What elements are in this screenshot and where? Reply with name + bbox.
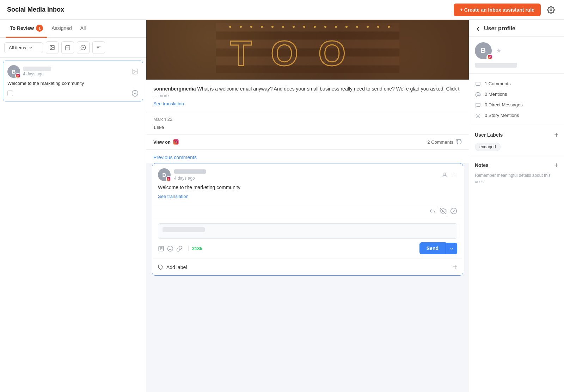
stat-comments: 1 Comments (475, 79, 558, 89)
sort-icon (96, 45, 102, 50)
to-review-badge: 1 (36, 25, 43, 32)
message-footer (7, 89, 139, 97)
instagram-badge (15, 73, 21, 79)
check-circle-icon (80, 45, 86, 50)
right-panel: User profile B (469, 20, 564, 392)
user-profile-section: B (469, 37, 564, 74)
comments-count: 2 Comments (427, 139, 462, 145)
add-label-button[interactable]: + (554, 131, 558, 139)
message-meta: 4 days ago (23, 67, 129, 76)
chevron-down-icon-send (449, 247, 454, 251)
username-blur (23, 67, 51, 71)
more-options-button[interactable] (451, 171, 457, 179)
message-template-button[interactable] (158, 245, 164, 252)
svg-rect-43 (173, 139, 178, 145)
post-see-translation[interactable]: See translation (153, 101, 462, 106)
svg-point-52 (454, 176, 454, 177)
stat-direct-messages: 0 Direct Messages (475, 100, 558, 110)
reply-input-blur (163, 227, 205, 232)
message-item[interactable]: B (3, 61, 143, 101)
tab-assigned[interactable]: Assigned (47, 20, 76, 38)
comments-stat-icon (475, 81, 481, 87)
calendar-filter-button[interactable] (61, 41, 74, 54)
reply-icon (455, 139, 462, 145)
add-label-plus-button[interactable]: + (453, 263, 457, 271)
all-items-dropdown[interactable]: All items (4, 42, 43, 53)
settings-icon-button[interactable] (545, 4, 557, 16)
app-header: Social Media Inbox + Create an Inbox ass… (0, 0, 564, 20)
previous-comments-label[interactable]: Previous comments (146, 150, 469, 163)
image-thumbnail-icon (131, 68, 139, 75)
hide-icon-button[interactable] (440, 207, 447, 214)
comment-meta: 4 days ago (174, 169, 438, 181)
comment-username-blur (174, 169, 206, 174)
reply-toolbar: 2185 Send (158, 242, 457, 254)
link-button[interactable] (176, 245, 183, 252)
story-stat-icon (475, 112, 481, 119)
instagram-icon-post (173, 139, 179, 145)
svg-point-2 (51, 46, 52, 47)
back-button[interactable] (475, 25, 481, 32)
message-text: Welcome to the marketing community (7, 81, 139, 86)
view-on-instagram[interactable]: View on (153, 139, 179, 145)
profile-username-blur (475, 63, 517, 68)
message-time: 4 days ago (23, 71, 129, 76)
post-footer: View on 2 Comments (146, 135, 469, 150)
reply-icon-button[interactable] (429, 207, 436, 214)
chevron-left-icon (475, 26, 481, 32)
sort-filter-button[interactable] (92, 41, 105, 54)
favorite-star-icon[interactable]: ★ (496, 47, 502, 55)
post-body: sonnenbergmedia What is a welcome email … (146, 80, 469, 112)
image-filter-button[interactable] (46, 41, 59, 54)
post-image: T O O (146, 20, 469, 80)
message-checkbox[interactable] (7, 91, 13, 96)
reply-input-area[interactable] (158, 223, 457, 239)
comment-instagram-badge (166, 176, 171, 182)
svg-point-15 (134, 70, 135, 71)
instagram-icon-comment (166, 177, 171, 181)
svg-point-68 (477, 115, 479, 117)
header-actions: + Create an Inbox assistant rule (454, 4, 557, 16)
post-likes: 1 like (146, 123, 469, 135)
add-note-button[interactable]: + (554, 161, 558, 169)
resolve-icon[interactable] (131, 89, 139, 97)
svg-point-67 (477, 94, 479, 95)
svg-point-51 (454, 175, 454, 175)
status-filter-button[interactable] (77, 41, 90, 54)
avatar-wrap: B (7, 65, 20, 78)
instagram-icon (16, 74, 20, 78)
add-label-text: Add label (166, 265, 187, 270)
svg-rect-66 (476, 82, 480, 85)
send-button[interactable]: Send (419, 242, 446, 254)
svg-point-45 (177, 141, 178, 141)
comment-see-translation[interactable]: See translation (152, 194, 463, 204)
send-dropdown-button[interactable] (446, 243, 457, 254)
notes-section: Notes + Remember meaningful details abou… (469, 156, 564, 190)
char-count: 2185 (188, 246, 202, 251)
tab-to-review[interactable]: To Review 1 (6, 20, 47, 38)
assign-user-button[interactable] (442, 171, 448, 179)
svg-rect-3 (66, 46, 70, 50)
post-text: What is a welcome email anyway? And does… (197, 86, 459, 92)
post-more-link[interactable]: ... more (153, 93, 169, 98)
label-chip-engaged[interactable]: engaged (475, 143, 501, 151)
mentions-stat-icon (475, 91, 481, 98)
svg-point-65 (490, 56, 491, 56)
left-sidebar: To Review 1 Assigned All All items (0, 20, 146, 392)
reply-box: 2185 Send (152, 219, 463, 259)
notes-title: Notes (475, 162, 489, 168)
tab-all[interactable]: All (76, 20, 90, 38)
app-title: Social Media Inbox (7, 6, 64, 13)
profile-avatar: B (475, 42, 492, 59)
calendar-icon (65, 45, 70, 50)
svg-rect-11 (16, 74, 20, 77)
panel-title: User profile (484, 25, 515, 32)
filter-bar: All items (0, 38, 146, 58)
resolve-comment-button[interactable] (450, 207, 457, 214)
gear-icon (547, 6, 555, 14)
send-button-group: Send (419, 242, 457, 254)
emoji-button[interactable] (167, 245, 173, 252)
svg-point-59 (168, 246, 173, 251)
comment-avatar-wrap: B (158, 168, 171, 181)
create-rule-button[interactable]: + Create an Inbox assistant rule (454, 4, 541, 16)
